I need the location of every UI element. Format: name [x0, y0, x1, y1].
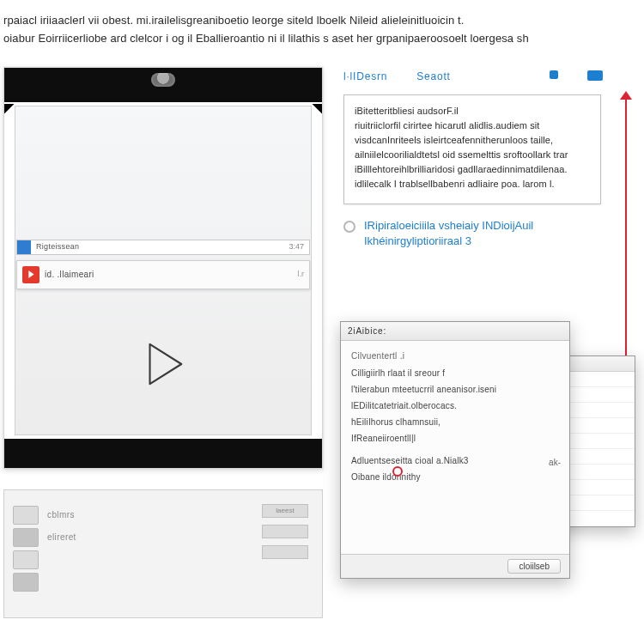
- description-line: visdcanInriteels isleirtceafennitherunlo…: [355, 133, 590, 148]
- dialog-item[interactable]: Oibane ildonnithy: [351, 471, 559, 484]
- description-line: riuitriiclorfil cirirtee hicarutl alidli…: [355, 118, 590, 133]
- list-item-label: cblmrs: [47, 510, 75, 519]
- media-badge-icon: [22, 266, 39, 283]
- dialog-item[interactable]: lEDilitcatetriait.olberocacs.: [351, 399, 559, 413]
- badge: [262, 525, 308, 538]
- badge: [262, 545, 308, 559]
- seek-progress: [17, 240, 31, 254]
- badge: laeest: [262, 504, 308, 518]
- thumbnail-icon: [13, 550, 39, 569]
- toolbar-icon[interactable]: [587, 70, 603, 81]
- video-bracket-left: [4, 104, 15, 114]
- dialog-item[interactable]: l'tilerabun mteetucrril aneanisor.iseni: [351, 383, 559, 397]
- thumbnail-icon: [13, 573, 39, 592]
- dialog-item[interactable]: Cilligiirlh rlaat il sreour f: [351, 367, 559, 380]
- dialog-heading: Cilvuentertl .i: [351, 349, 559, 363]
- source-link-line2: Ikhéinirgyliptioriiraal 3: [364, 234, 533, 249]
- dialog-footer: cloiilseb: [341, 554, 569, 578]
- highlight-circle-icon: [392, 466, 403, 477]
- seek-label: Rigteissean: [36, 242, 79, 251]
- source-link-line1: IRipiraloeiciiila vsheiaiy INDioijAuil: [364, 219, 533, 232]
- dialog-title: 2iAibice:: [348, 326, 386, 336]
- intro-line-1: rpaiacl iriiaaclerl vii obest. mi.iraile…: [3, 12, 627, 30]
- radio-icon[interactable]: [343, 221, 355, 233]
- svg-marker-0: [150, 343, 182, 383]
- dialog-item[interactable]: IfReaneiiroentll|l: [351, 432, 559, 446]
- dialog-body: Cilvuentertl .i Cilligiirlh rlaat il sre…: [341, 341, 569, 554]
- description-line: iBitetteritbliesi audsorF.il: [355, 104, 590, 118]
- intro-line-2: oiabur Eoirriicerliobe ard clelcor i og …: [3, 30, 627, 48]
- thumbnail-icon: [13, 506, 39, 525]
- toolbar-icon[interactable]: [550, 70, 558, 79]
- list-item-label: elireret: [47, 532, 76, 542]
- description-line: idlilecalk I trablsellbabenri adliaire p…: [355, 177, 590, 191]
- description-line: iBilllehtoreihlbrilliaridosi gadllaraedi…: [355, 162, 590, 177]
- thumbnail-icon: [13, 528, 39, 547]
- close-button[interactable]: cloiilseb: [507, 559, 561, 574]
- tab-bar: l·lIDesrn Seaott: [343, 70, 603, 82]
- dialog-window[interactable]: 2iAibice: Cilvuentertl .i Cilligiirlh rl…: [340, 321, 570, 579]
- video-top-bar: [4, 68, 322, 102]
- play-icon[interactable]: [138, 339, 188, 389]
- dialog-corner-label: ak-: [549, 456, 561, 470]
- description-line: ailniilelcoorilialdtetsl oid ssemelttis …: [355, 148, 590, 162]
- media-item-label: id. .llaimeari: [45, 270, 94, 279]
- webcam-icon: [151, 73, 175, 87]
- seek-time: 3:47: [289, 242, 304, 251]
- dialog-titlebar[interactable]: 2iAibice:: [341, 322, 569, 341]
- intro-paragraph: rpaiacl iriiaaclerl vii obest. mi.iraile…: [3, 12, 627, 48]
- media-item-bar[interactable]: id. .llaimeari l.r: [16, 260, 310, 289]
- list-item[interactable]: [13, 571, 313, 593]
- dialog-item[interactable]: hEiliIhorus clhamnsuii,: [351, 416, 559, 429]
- description-box: iBitetteritbliesi audsorF.il riuitriiclo…: [343, 94, 601, 204]
- attachments-card: cblmrs elireret laeest: [3, 489, 323, 618]
- seek-track[interactable]: Rigteissean 3:47: [16, 240, 310, 255]
- video-player[interactable]: Rigteissean 3:47 id. .llaimeari l.r: [3, 67, 323, 469]
- media-item-right: l.r: [298, 270, 305, 278]
- dialog-section-label: Adluentseseitta cioal a.Nialk3: [351, 454, 559, 468]
- tab-secondary[interactable]: Seaott: [416, 70, 451, 82]
- arrow-up-icon: [620, 91, 632, 100]
- video-bottom-bar: [4, 439, 322, 468]
- source-link[interactable]: IRipiraloeiciiila vsheiaiy INDioijAuil I…: [364, 218, 533, 249]
- video-bracket-right: [312, 104, 322, 114]
- tab-description[interactable]: l·lIDesrn: [343, 70, 387, 82]
